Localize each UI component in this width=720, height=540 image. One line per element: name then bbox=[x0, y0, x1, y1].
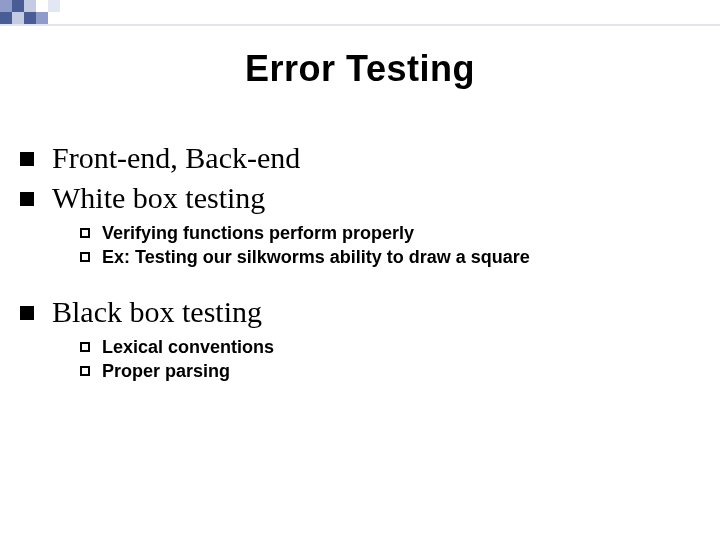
hollow-square-bullet-icon bbox=[80, 228, 90, 238]
square-bullet-icon bbox=[20, 192, 34, 206]
hollow-square-bullet-icon bbox=[80, 252, 90, 262]
list-item: Front-end, Back-end bbox=[20, 140, 700, 176]
sublist: Lexical conventions Proper parsing bbox=[80, 336, 700, 382]
list-item: White box testing bbox=[20, 180, 700, 216]
list-item-text: Black box testing bbox=[52, 294, 262, 330]
sublist-item-text: Ex: Testing our silkworms ability to dra… bbox=[102, 246, 530, 268]
hollow-square-bullet-icon bbox=[80, 342, 90, 352]
divider-line bbox=[0, 24, 720, 26]
sublist-item-text: Lexical conventions bbox=[102, 336, 274, 358]
sublist: Verifying functions perform properly Ex:… bbox=[80, 222, 700, 268]
sublist-item-text: Proper parsing bbox=[102, 360, 230, 382]
sublist-item: Lexical conventions bbox=[80, 336, 700, 358]
sublist-item-text: Verifying functions perform properly bbox=[102, 222, 414, 244]
slide-title: Error Testing bbox=[0, 48, 720, 90]
list-item-text: White box testing bbox=[52, 180, 265, 216]
sublist-item: Verifying functions perform properly bbox=[80, 222, 700, 244]
list-item: Black box testing bbox=[20, 294, 700, 330]
sublist-item: Ex: Testing our silkworms ability to dra… bbox=[80, 246, 700, 268]
list-item-text: Front-end, Back-end bbox=[52, 140, 300, 176]
slide-content: Front-end, Back-end White box testing Ve… bbox=[20, 140, 700, 408]
square-bullet-icon bbox=[20, 306, 34, 320]
hollow-square-bullet-icon bbox=[80, 366, 90, 376]
sublist-item: Proper parsing bbox=[80, 360, 700, 382]
corner-decoration bbox=[0, 0, 720, 24]
slide: Error Testing Front-end, Back-end White … bbox=[0, 0, 720, 540]
square-bullet-icon bbox=[20, 152, 34, 166]
